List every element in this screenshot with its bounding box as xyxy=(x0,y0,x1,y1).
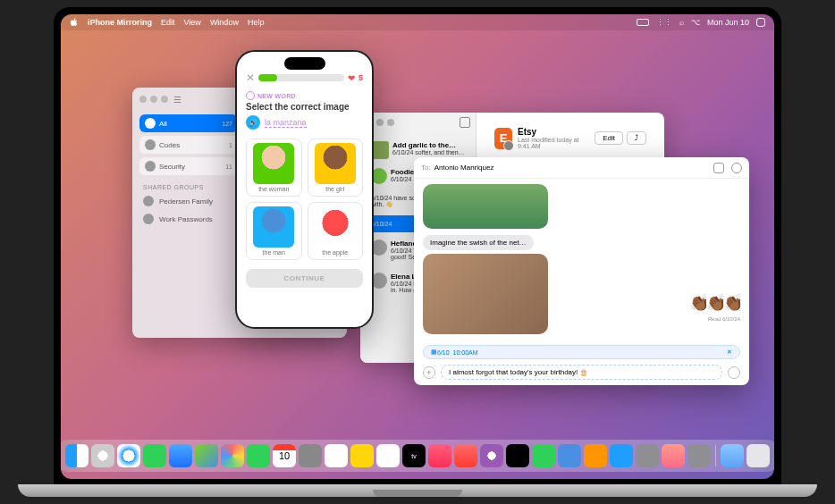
dock-downloads[interactable] xyxy=(721,444,744,467)
dock-podcasts[interactable] xyxy=(480,444,503,467)
macbook-notch xyxy=(373,490,462,497)
menu-window[interactable]: Window xyxy=(210,18,239,27)
recipient-name[interactable]: Antonio Manriquez xyxy=(434,164,494,172)
dock-numbers[interactable] xyxy=(532,444,555,467)
category-codes[interactable]: Codes1 xyxy=(139,136,238,154)
hearts-count: 5 xyxy=(358,73,363,82)
conversation-header: To: Antonio Manriquez xyxy=(414,157,749,179)
dock-keynote[interactable] xyxy=(558,444,581,467)
etsy-app-icon: E xyxy=(494,128,512,149)
clock-icon xyxy=(145,139,156,150)
edit-button[interactable]: Edit xyxy=(595,131,623,145)
info-icon[interactable] xyxy=(731,163,742,173)
dock-stocks[interactable] xyxy=(506,444,529,467)
video-call-icon[interactable] xyxy=(713,163,724,173)
attach-button[interactable]: + xyxy=(423,366,435,379)
window-traffic-lights[interactable] xyxy=(139,96,168,103)
received-bubble[interactable]: Imagine the swish of the net… xyxy=(423,235,534,250)
word-row: 🔊 la manzana xyxy=(246,115,363,130)
dock-passwords[interactable] xyxy=(687,444,711,467)
dock-pages[interactable] xyxy=(584,444,607,467)
message-input[interactable] xyxy=(441,365,722,380)
tapback-emoji[interactable]: 👏🏾👏🏾👏🏾 xyxy=(689,293,740,313)
message-thread[interactable]: Imagine the swish of the net… 👏🏾👏🏾👏🏾 Rea… xyxy=(414,179,749,341)
target-word[interactable]: la manzana xyxy=(265,118,307,128)
dock-calendar[interactable] xyxy=(273,444,296,467)
dock: tv xyxy=(61,440,774,472)
answer-card-girl[interactable]: the girl xyxy=(308,139,364,197)
continue-button[interactable]: CONTINUE xyxy=(246,269,363,288)
dock-contacts[interactable] xyxy=(299,444,322,467)
dock-freeform[interactable] xyxy=(376,444,400,467)
new-word-badge: NEW WORD xyxy=(246,91,363,100)
dock-settings[interactable] xyxy=(636,444,659,467)
dock-maps[interactable] xyxy=(195,444,218,467)
dock-iphone-mirroring[interactable] xyxy=(662,444,685,467)
speaker-icon[interactable]: 🔊 xyxy=(246,115,260,130)
group-icon xyxy=(143,196,154,206)
dock-notes[interactable] xyxy=(350,444,374,467)
received-image[interactable] xyxy=(423,184,548,229)
dock-news[interactable] xyxy=(454,444,477,467)
menu-view[interactable]: View xyxy=(184,18,201,27)
compose-icon[interactable] xyxy=(460,117,470,128)
message-compose-row: + xyxy=(423,365,740,380)
progress-bar xyxy=(258,74,344,81)
apple-logo-icon[interactable] xyxy=(70,18,79,27)
apple-illustration-icon xyxy=(315,206,356,248)
dock-facetime[interactable] xyxy=(247,444,270,467)
calendar-icon: ▦ xyxy=(431,349,437,356)
menu-edit[interactable]: Edit xyxy=(161,18,175,27)
man-illustration-icon xyxy=(253,206,294,248)
woman-illustration-icon xyxy=(253,143,294,184)
dock-appstore[interactable] xyxy=(610,444,633,467)
search-icon[interactable]: ⌕ xyxy=(679,18,684,27)
prompt-text: Select the correct image xyxy=(246,102,363,112)
sidebar-toggle-icon[interactable]: ☰ xyxy=(173,95,181,105)
dynamic-island xyxy=(284,57,325,70)
battery-icon[interactable] xyxy=(637,19,649,26)
siri-icon[interactable] xyxy=(756,18,765,27)
group-icon xyxy=(143,214,154,224)
share-button[interactable]: ⤴ xyxy=(627,131,646,145)
category-security[interactable]: Security11 xyxy=(139,157,238,175)
shield-icon xyxy=(145,161,156,172)
dock-reminders[interactable] xyxy=(325,444,348,467)
conversation-pane: To: Antonio Manriquez Imagine the swish … xyxy=(414,157,749,385)
received-image[interactable] xyxy=(423,254,548,334)
note-subtitle: Last modified today at 9:41 AM xyxy=(518,137,589,149)
menubar: iPhone Mirroring Edit View Window Help ⋮… xyxy=(61,14,774,30)
answer-card-apple[interactable]: the apple xyxy=(308,202,364,260)
answer-grid: the woman the girl the man the apple xyxy=(237,133,372,265)
read-receipt: Read 6/10/24 xyxy=(708,316,740,322)
control-center-icon[interactable]: ⌥ xyxy=(691,18,700,27)
to-label: To: xyxy=(421,164,431,172)
answer-card-man[interactable]: the man xyxy=(246,202,302,260)
dock-photos[interactable] xyxy=(221,444,244,467)
dock-tv[interactable]: tv xyxy=(402,444,426,467)
dock-mail[interactable] xyxy=(169,444,192,467)
wifi-icon[interactable]: ⋮⋮ xyxy=(656,18,672,27)
note-title: Etsy xyxy=(518,127,589,137)
dock-messages[interactable] xyxy=(143,444,166,467)
category-all[interactable]: All127 xyxy=(139,114,238,132)
dock-music[interactable] xyxy=(428,444,451,467)
menubar-clock[interactable]: Mon Jun 10 xyxy=(707,18,749,27)
iphone-mirror-window: ✕ ❤ 5 NEW WORD Select the correct image … xyxy=(235,50,374,329)
heart-icon: ❤ xyxy=(348,73,355,83)
dock-finder[interactable] xyxy=(65,444,89,467)
dock-safari[interactable] xyxy=(117,444,140,467)
dock-separator xyxy=(715,445,716,466)
messages-window: To: Antonio Manriquez Imagine the swish … xyxy=(414,157,749,385)
scheduled-send-pill[interactable]: ▦ 6/10 10:00AM ✕ xyxy=(423,345,740,359)
menubar-app-name[interactable]: iPhone Mirroring xyxy=(88,18,152,27)
dock-launchpad[interactable] xyxy=(91,444,114,467)
menu-help[interactable]: Help xyxy=(248,18,265,27)
girl-illustration-icon xyxy=(315,143,356,184)
answer-card-woman[interactable]: the woman xyxy=(246,139,302,197)
dock-trash[interactable] xyxy=(746,444,770,467)
emoji-picker-icon[interactable] xyxy=(728,366,740,379)
cancel-schedule-button[interactable]: ✕ xyxy=(727,349,732,356)
star-icon xyxy=(145,118,156,129)
close-lesson-button[interactable]: ✕ xyxy=(246,71,255,84)
